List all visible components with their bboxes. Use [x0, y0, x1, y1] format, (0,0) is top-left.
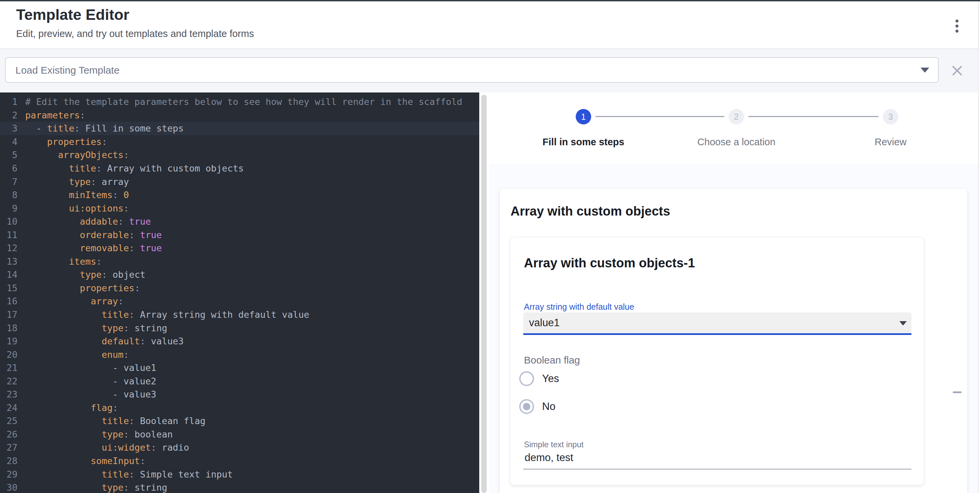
stepper-connector: [595, 116, 724, 117]
code-line[interactable]: 16 array:: [0, 295, 479, 308]
code-line[interactable]: 28 someInput:: [0, 454, 479, 468]
code-line[interactable]: 18 type: string: [0, 321, 479, 335]
line-number: 28: [0, 456, 18, 466]
code-text: type: string: [25, 323, 167, 333]
code-line[interactable]: 20 enum:: [0, 348, 479, 361]
simple-text-input[interactable]: [524, 451, 902, 464]
code-line[interactable]: 9 ui:options:: [0, 201, 479, 215]
radio-option-label: No: [542, 400, 555, 413]
code-line[interactable]: 30 type: string: [0, 481, 479, 493]
line-number: 16: [0, 296, 18, 306]
stepper-step-2-circle[interactable]: 2: [729, 109, 744, 124]
kebab-dot: [956, 30, 958, 33]
code-line[interactable]: 17 title: Array string with default valu…: [0, 308, 479, 321]
boolean-flag-label: Boolean flag: [524, 354, 580, 366]
more-options-button[interactable]: [947, 13, 967, 38]
form-section-heading: Array with custom objects: [511, 204, 670, 219]
line-number: 29: [0, 469, 18, 480]
template-loader-bar: [0, 49, 980, 93]
line-number: 13: [0, 256, 18, 267]
dropdown-caret-icon[interactable]: [921, 68, 929, 73]
line-number: 10: [0, 216, 18, 227]
code-line[interactable]: 14 type: object: [0, 268, 479, 281]
code-text: - value2: [25, 376, 156, 386]
line-number: 3: [0, 123, 18, 134]
radio-unselected-icon[interactable]: [519, 371, 534, 386]
code-text: title: Array string with default value: [25, 310, 309, 320]
kebab-dot: [956, 24, 958, 27]
code-text: title: Array with custom objects: [25, 163, 243, 174]
load-template-select[interactable]: [5, 57, 939, 83]
code-line[interactable]: 23 - value3: [0, 388, 479, 401]
code-text: flag:: [25, 402, 118, 413]
code-line[interactable]: 2parameters:: [0, 108, 479, 122]
code-line[interactable]: 7 type: array: [0, 175, 479, 188]
code-line[interactable]: 24 flag:: [0, 401, 479, 415]
code-line[interactable]: 10 addable: true: [0, 215, 479, 228]
stepper-step-1-label[interactable]: Fill in some steps: [506, 137, 661, 148]
code-line[interactable]: 5 arrayObjects:: [0, 148, 479, 162]
code-line[interactable]: 27 ui:widget: radio: [0, 441, 479, 454]
form-preview-area: Array with custom objects Array with cus…: [489, 164, 980, 493]
code-line[interactable]: 22 - value2: [0, 374, 479, 388]
editor-scrollbar-thumb[interactable]: [481, 95, 487, 493]
stepper-step-1-circle[interactable]: 1: [576, 109, 591, 124]
page-scrollbar-border: [978, 0, 978, 493]
kebab-dot: [956, 19, 958, 22]
array-string-select[interactable]: value1: [523, 313, 912, 333]
code-line[interactable]: 15 properties:: [0, 281, 479, 295]
code-text: someInput:: [25, 456, 146, 466]
code-line[interactable]: 19 default: value3: [0, 335, 479, 348]
line-number: 4: [0, 137, 18, 147]
minus-icon: [953, 391, 961, 393]
line-number: 15: [0, 283, 18, 293]
code-text: default: value3: [25, 336, 183, 346]
code-line[interactable]: 3 - title: Fill in some steps: [0, 122, 479, 135]
code-line[interactable]: 29 title: Simple text input: [0, 467, 479, 481]
radio-option-no[interactable]: No: [519, 399, 555, 414]
array-item-heading: Array with custom objects-1: [524, 256, 695, 270]
code-editor[interactable]: 1# Edit the template parameters below to…: [0, 93, 479, 493]
code-line[interactable]: 12 removable: true: [0, 241, 479, 255]
code-text: title: Boolean flag: [25, 416, 205, 426]
line-number: 17: [0, 310, 18, 320]
stepper-step-3-circle[interactable]: 3: [883, 109, 898, 124]
code-text: type: string: [25, 482, 167, 493]
code-line[interactable]: 6 title: Array with custom objects: [0, 162, 479, 175]
code-text: - value3: [25, 389, 156, 399]
line-number: 5: [0, 150, 18, 160]
clear-template-button[interactable]: [950, 64, 964, 77]
code-text: type: array: [25, 177, 129, 187]
line-number: 9: [0, 203, 18, 214]
line-number: 19: [0, 336, 18, 346]
line-number: 22: [0, 376, 18, 386]
code-line[interactable]: 11 orderable: true: [0, 228, 479, 241]
code-text: parameters:: [25, 110, 85, 120]
code-line[interactable]: 21 - value1: [0, 361, 479, 375]
line-number: 2: [0, 110, 18, 120]
code-text: type: object: [25, 270, 146, 280]
code-line[interactable]: 8 minItems: 0: [0, 188, 479, 202]
remove-array-item-button[interactable]: [949, 384, 965, 400]
code-text: ui:widget: radio: [25, 442, 189, 453]
code-text: type: boolean: [25, 429, 173, 440]
stepper-step-3-label[interactable]: Review: [813, 137, 968, 148]
code-line[interactable]: 25 title: Boolean flag: [0, 414, 479, 428]
radio-option-yes[interactable]: Yes: [519, 371, 559, 386]
radio-selected-icon[interactable]: [519, 399, 534, 414]
code-text: ui:options:: [25, 203, 129, 214]
code-line[interactable]: 26 type: boolean: [0, 428, 479, 441]
array-item-card: Array with custom objects-1 Array string…: [510, 237, 924, 485]
load-template-input[interactable]: [15, 58, 907, 83]
code-line[interactable]: 4 properties:: [0, 135, 479, 148]
page-scrollbar-track[interactable]: [978, 0, 980, 493]
line-number: 30: [0, 482, 18, 493]
code-line[interactable]: 13 items:: [0, 255, 479, 268]
window-top-border: [0, 0, 980, 2]
code-text: properties:: [25, 137, 107, 147]
code-text: enum:: [25, 349, 129, 360]
text-input-underline: [523, 469, 912, 469]
stepper-step-2-label[interactable]: Choose a location: [659, 137, 814, 148]
code-line[interactable]: 1# Edit the template parameters below to…: [0, 95, 479, 108]
select-field-focus-underline: [523, 333, 912, 335]
